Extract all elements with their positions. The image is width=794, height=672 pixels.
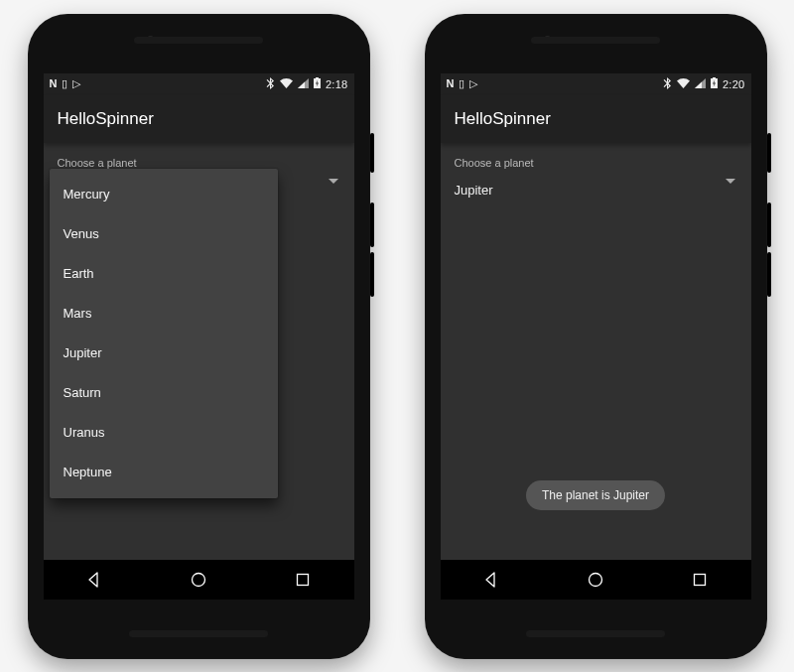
- device-frame: N ▯ ▷ 2:18 Hell: [28, 14, 370, 659]
- signal-icon: [695, 78, 706, 90]
- bottom-speaker: [526, 630, 665, 637]
- volume-down-button[interactable]: [767, 252, 771, 297]
- wifi-icon: [280, 78, 293, 90]
- svg-point-0: [192, 573, 204, 586]
- content-area: Choose a planet Jupiter The planet is Ju…: [441, 143, 751, 560]
- android-n-icon: N: [50, 78, 58, 89]
- controller-icon: ▷: [72, 78, 80, 89]
- power-button[interactable]: [370, 133, 374, 173]
- dropdown-item-neptune[interactable]: Neptune: [50, 453, 278, 492]
- svg-rect-1: [297, 574, 308, 585]
- spinner-label: Choose a planet: [58, 157, 340, 169]
- power-button[interactable]: [767, 133, 771, 173]
- battery-icon: [314, 77, 321, 90]
- status-bar: N ▯ ▷ 2:20: [441, 73, 751, 95]
- dropdown-item-mercury[interactable]: Mercury: [50, 175, 278, 214]
- controller-icon: ▷: [469, 78, 477, 89]
- dropdown-caret-icon: [329, 179, 338, 184]
- signal-icon: [298, 78, 309, 90]
- earpiece-speaker: [531, 37, 660, 44]
- home-button[interactable]: [190, 571, 207, 589]
- bluetooth-icon: [266, 77, 275, 91]
- volume-up-button[interactable]: [370, 202, 374, 247]
- home-button[interactable]: [587, 571, 604, 589]
- navigation-bar: [44, 560, 354, 600]
- content-area: Choose a planet Mercury Mercury Venus Ea…: [44, 143, 354, 560]
- app-bar: HelloSpinner: [44, 95, 354, 143]
- wifi-icon: [677, 78, 690, 90]
- android-n-icon: N: [447, 78, 455, 89]
- dropdown-item-venus[interactable]: Venus: [50, 214, 278, 254]
- recents-button[interactable]: [692, 572, 708, 588]
- svg-rect-3: [694, 574, 705, 585]
- spinner-label: Choose a planet: [455, 157, 737, 169]
- dropdown-item-earth[interactable]: Earth: [50, 254, 278, 294]
- screen: N ▯ ▷ 2:18 Hell: [44, 73, 354, 600]
- spinner-selected-value: Jupiter: [455, 183, 493, 198]
- navigation-bar: [441, 560, 751, 600]
- dropdown-item-mars[interactable]: Mars: [50, 294, 278, 334]
- dropdown-item-uranus[interactable]: Uranus: [50, 413, 278, 453]
- svg-point-2: [589, 573, 601, 586]
- back-button[interactable]: [483, 572, 499, 588]
- planet-spinner[interactable]: Jupiter: [455, 173, 737, 208]
- battery-icon: [711, 77, 718, 90]
- screen: N ▯ ▷ 2:20 Hell: [441, 73, 751, 600]
- bottom-speaker: [129, 630, 268, 637]
- device-frame: N ▯ ▷ 2:20 Hell: [425, 14, 767, 659]
- phone-portrait-icon: ▯: [62, 78, 67, 89]
- status-bar: N ▯ ▷ 2:18: [44, 73, 354, 95]
- app-title: HelloSpinner: [58, 109, 154, 129]
- planet-dropdown-menu: Mercury Venus Earth Mars Jupiter Saturn …: [50, 169, 278, 498]
- back-button[interactable]: [86, 572, 102, 588]
- phone-portrait-icon: ▯: [459, 78, 464, 89]
- app-bar: HelloSpinner: [441, 95, 751, 143]
- volume-down-button[interactable]: [370, 252, 374, 297]
- status-clock: 2:20: [723, 78, 745, 90]
- volume-up-button[interactable]: [767, 202, 771, 247]
- bluetooth-icon: [663, 77, 672, 91]
- recents-button[interactable]: [295, 572, 311, 588]
- app-title: HelloSpinner: [455, 109, 551, 129]
- status-clock: 2:18: [326, 78, 348, 90]
- dropdown-item-jupiter[interactable]: Jupiter: [50, 334, 278, 373]
- earpiece-speaker: [134, 37, 263, 44]
- dropdown-caret-icon: [726, 179, 735, 184]
- dropdown-item-saturn[interactable]: Saturn: [50, 373, 278, 413]
- toast-message: The planet is Jupiter: [526, 480, 665, 510]
